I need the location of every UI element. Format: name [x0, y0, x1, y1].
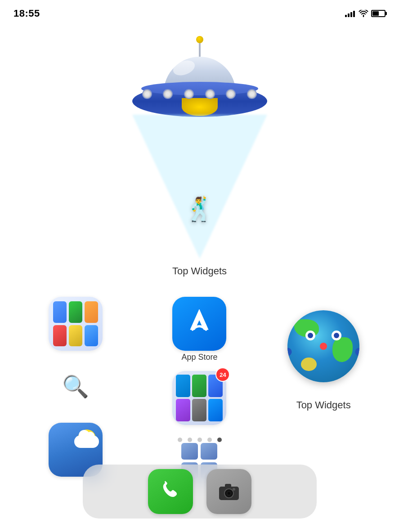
ufo-widget: 🕺 Top Widgets	[0, 36, 399, 277]
apps-folder-container: 24	[172, 371, 226, 425]
magnifier-icon: 🔍	[49, 360, 103, 414]
status-icons	[345, 10, 386, 17]
wifi-icon	[359, 10, 368, 17]
page-dot-5-active[interactable]	[217, 438, 222, 442]
svg-point-5	[233, 488, 235, 491]
right-column: Top Widgets	[266, 297, 381, 411]
appstore-icon[interactable]	[172, 297, 226, 351]
ufo-antenna	[196, 36, 203, 57]
dock	[83, 465, 317, 519]
status-bar: 18:55	[0, 0, 399, 27]
top-widgets-right-label: Top Widgets	[296, 399, 351, 411]
svg-point-4	[228, 492, 230, 495]
ufo-beam	[132, 115, 267, 259]
ufo-bottom	[182, 98, 218, 116]
ufo-lights	[137, 89, 263, 99]
page-dot-4[interactable]	[207, 438, 212, 442]
camera-icon	[217, 479, 241, 504]
top-widgets-header-label: Top Widgets	[172, 265, 227, 277]
middle-column: App Store 24	[142, 297, 257, 488]
notification-badge: 24	[215, 367, 230, 382]
page-dot-2[interactable]	[188, 438, 192, 442]
phone-app-dock[interactable]	[148, 469, 193, 514]
page-dot-1[interactable]	[178, 438, 182, 442]
globe-character[interactable]	[274, 297, 373, 396]
phone-icon	[158, 479, 183, 504]
appstore-container: App Store	[172, 297, 226, 362]
globe-body	[287, 310, 359, 382]
alien-figure: 🕺	[185, 196, 214, 223]
appstore-logo	[184, 305, 215, 343]
app-grid: 🔍 天气 App Store	[0, 297, 399, 490]
page-dot-3[interactable]	[197, 438, 202, 442]
svg-rect-1	[225, 484, 231, 487]
battery-icon	[371, 10, 386, 17]
camera-app-dock[interactable]	[206, 469, 251, 514]
status-time: 18:55	[13, 8, 40, 19]
apps-folder-icon[interactable]	[49, 297, 103, 351]
left-column: 🔍 天气	[18, 297, 133, 490]
magnifier-app[interactable]: 🔍	[49, 360, 103, 414]
page-dots	[0, 438, 399, 442]
weather-app-label: 天气	[67, 479, 84, 490]
signal-icon	[345, 10, 355, 17]
appstore-label: App Store	[181, 353, 217, 362]
